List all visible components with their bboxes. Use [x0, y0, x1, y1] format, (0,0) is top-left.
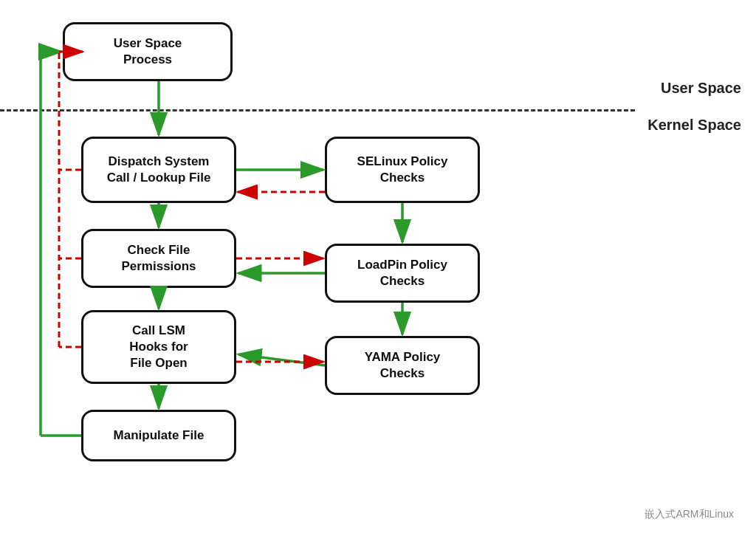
boundary-line	[0, 109, 635, 111]
box-manipulate: Manipulate File	[81, 410, 236, 461]
user-space-label: User Space	[661, 80, 741, 97]
svg-line-11	[238, 354, 325, 365]
box-dispatch: Dispatch SystemCall / Lookup File	[81, 137, 236, 203]
kernel-space-label: Kernel Space	[647, 117, 741, 134]
diagram-container: User Space Kernel Space User SpaceProces…	[0, 0, 756, 536]
box-lsm: Call LSMHooks forFile Open	[81, 310, 236, 384]
box-user-process: User SpaceProcess	[63, 22, 233, 81]
box-yama: YAMA PolicyChecks	[325, 336, 480, 395]
box-loadpin: LoadPin PolicyChecks	[325, 244, 480, 303]
box-check-file: Check FilePermissions	[81, 229, 236, 288]
box-selinux: SELinux PolicyChecks	[325, 137, 480, 203]
watermark: 嵌入式ARM和Linux	[645, 508, 734, 521]
